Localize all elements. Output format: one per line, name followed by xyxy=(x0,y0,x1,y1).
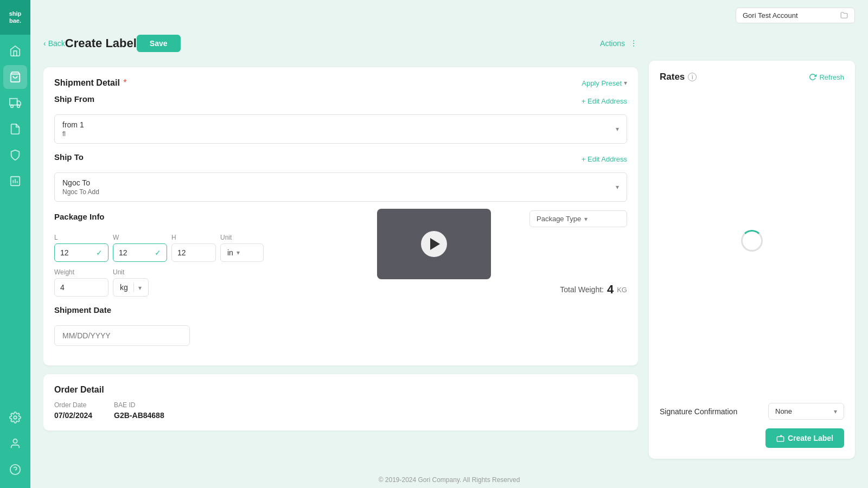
ship-to-detail: Ngoc To Add xyxy=(62,188,99,196)
shipment-detail-header: Shipment Detail * Apply Preset ▾ xyxy=(54,78,627,88)
rates-header: Rates i Refresh xyxy=(660,72,844,82)
rates-loading-area xyxy=(660,91,844,390)
chevron-down-icon: ▾ xyxy=(616,183,619,191)
rates-info-icon[interactable]: i xyxy=(688,73,697,81)
width-label: W xyxy=(113,234,167,241)
total-weight-display: Total Weight: 4 KG xyxy=(560,282,627,297)
loading-spinner xyxy=(741,230,763,252)
folder-icon xyxy=(840,11,848,19)
video-overlay[interactable] xyxy=(377,209,491,279)
left-panel: ‹ Back Create Label Save Actions Shipmen… xyxy=(43,30,638,459)
chevron-down-icon: ▾ xyxy=(237,249,240,256)
weight-unit-label: Unit xyxy=(113,268,149,276)
footer: © 2019-2024 Gori Company. All Rights Res… xyxy=(30,472,868,488)
play-button[interactable] xyxy=(421,231,447,257)
sidebar-item-help[interactable] xyxy=(3,458,27,481)
svg-marker-2 xyxy=(17,101,21,105)
length-input[interactable] xyxy=(60,248,93,257)
svg-rect-16 xyxy=(777,436,784,441)
bae-id-value: G2B-AB84688 xyxy=(114,411,164,420)
check-icon: ✓ xyxy=(96,248,103,257)
svg-point-14 xyxy=(633,43,634,44)
height-input[interactable] xyxy=(177,248,210,257)
length-label: L xyxy=(54,234,108,241)
back-button[interactable]: ‹ Back xyxy=(43,39,65,48)
package-info-title: Package Info xyxy=(54,212,105,221)
apply-preset-btn[interactable]: Apply Preset ▾ xyxy=(582,79,627,87)
sidebar-item-home[interactable] xyxy=(3,39,27,63)
sidebar-item-orders[interactable] xyxy=(3,65,27,89)
chevron-down-icon: ▾ xyxy=(138,284,142,292)
svg-point-4 xyxy=(17,105,20,108)
bae-id-field: BAE ID G2B-AB84688 xyxy=(114,401,164,420)
weight-input[interactable] xyxy=(54,278,108,297)
ship-from-title: Ship From xyxy=(54,94,94,104)
total-weight-value: 4 xyxy=(607,282,614,297)
ship-from-section: Ship From + Edit Address from 1 fl ▾ xyxy=(54,94,627,144)
width-input-wrapper: ✓ xyxy=(113,243,167,262)
svg-point-15 xyxy=(633,46,634,47)
order-detail-row: Order Date 07/02/2024 BAE ID G2B-AB84688 xyxy=(54,401,627,420)
shipment-detail-card: Shipment Detail * Apply Preset ▾ Ship Fr… xyxy=(43,67,638,365)
width-input[interactable] xyxy=(119,248,151,257)
refresh-button[interactable]: Refresh xyxy=(809,73,844,81)
right-panel: Rates i Refresh Signature Confirmation xyxy=(649,30,855,459)
length-input-wrapper: ✓ xyxy=(54,243,108,262)
ship-from-edit-btn[interactable]: + Edit Address xyxy=(582,97,627,105)
app-logo[interactable]: ship bae. xyxy=(0,0,30,35)
create-label-button[interactable]: Create Label xyxy=(765,428,844,448)
shipment-date-section: Shipment Date xyxy=(54,305,627,346)
signature-dropdown[interactable]: None ▾ xyxy=(768,403,844,420)
package-info-section: Package Info Package Type ▾ L ✓ xyxy=(54,210,627,297)
chevron-down-icon: ▾ xyxy=(624,79,627,87)
rates-card: Rates i Refresh Signature Confirmation xyxy=(649,61,855,459)
svg-point-9 xyxy=(14,416,17,419)
chevron-down-icon: ▾ xyxy=(616,125,619,133)
sidebar-item-shipping[interactable] xyxy=(3,91,27,115)
svg-point-3 xyxy=(11,105,14,108)
svg-rect-1 xyxy=(10,99,17,105)
sidebar-item-reports[interactable] xyxy=(3,169,27,193)
shipment-detail-title: Shipment Detail xyxy=(54,78,120,87)
sidebar-item-profile[interactable] xyxy=(3,432,27,455)
order-date-value: 07/02/2024 xyxy=(54,411,92,420)
sidebar-item-settings[interactable] xyxy=(3,406,27,429)
weight-label: Weight xyxy=(54,268,108,276)
check-icon: ✓ xyxy=(155,248,161,257)
ship-to-edit-btn[interactable]: + Edit Address xyxy=(582,155,627,163)
weight-group: Weight xyxy=(54,268,108,297)
height-input-wrapper xyxy=(171,243,216,262)
dimensions-row: L ✓ W ✓ xyxy=(54,234,627,262)
actions-menu[interactable]: Actions xyxy=(600,39,638,48)
refresh-icon xyxy=(809,73,816,81)
ship-to-dropdown[interactable]: Ngoc To Ngoc To Add ▾ xyxy=(54,172,627,202)
chevron-down-icon: ▾ xyxy=(834,408,837,415)
length-group: L ✓ xyxy=(54,234,108,262)
sidebar-bottom xyxy=(3,406,27,488)
package-type-dropdown[interactable]: Package Type ▾ xyxy=(529,210,627,227)
ship-from-dropdown[interactable]: from 1 fl ▾ xyxy=(54,114,627,144)
order-date-label: Order Date xyxy=(54,401,92,409)
weight-unit-dropdown[interactable]: kg ▾ xyxy=(113,278,149,297)
save-button[interactable]: Save xyxy=(137,35,181,52)
signature-confirmation-row: Signature Confirmation None ▾ Create Lab… xyxy=(660,390,844,448)
sidebar-item-documents[interactable] xyxy=(3,117,27,141)
topbar: Gori Test Account xyxy=(30,0,868,30)
weight-row: Weight Unit kg ▾ xyxy=(54,268,627,297)
account-selector[interactable]: Gori Test Account xyxy=(736,8,855,23)
ship-to-name: Ngoc To xyxy=(62,178,99,187)
height-label: H xyxy=(171,234,216,241)
shipment-date-title: Shipment Date xyxy=(54,305,111,314)
shipment-date-input[interactable] xyxy=(54,325,190,346)
required-indicator: * xyxy=(123,78,126,87)
sidebar-item-security[interactable] xyxy=(3,143,27,167)
sidebar: ship bae. xyxy=(0,0,30,488)
label-icon xyxy=(776,434,784,442)
rates-title: Rates xyxy=(660,72,685,82)
dimension-unit-dropdown[interactable]: in ▾ xyxy=(220,243,264,262)
unit-label: Unit xyxy=(220,234,264,241)
chevron-down-icon: ▾ xyxy=(584,215,588,223)
order-date-field: Order Date 07/02/2024 xyxy=(54,401,92,420)
weight-unit-group: Unit kg ▾ xyxy=(113,268,149,297)
total-weight-unit: KG xyxy=(617,286,627,294)
